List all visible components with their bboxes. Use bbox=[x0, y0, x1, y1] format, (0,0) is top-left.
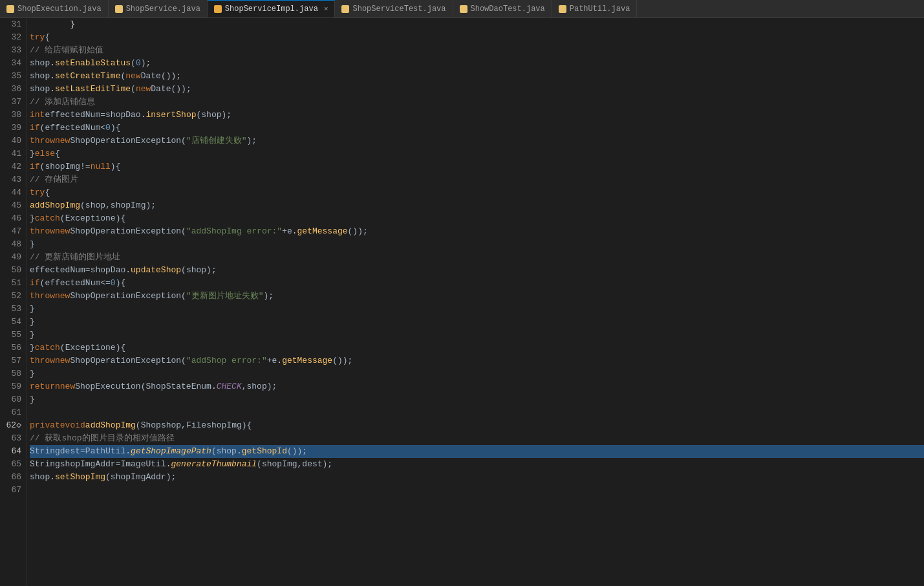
code-line-63: // 获取shop的图片目录的相对值路径 bbox=[30, 432, 924, 445]
code-line-41: } else { bbox=[30, 147, 924, 160]
line-num-61: 61 bbox=[3, 406, 21, 419]
code-line-46: } catch (Exception e) { bbox=[30, 212, 924, 225]
code-line-59: return new ShopExecution(ShopStateEnum.C… bbox=[30, 380, 924, 393]
line-num-65: 65 bbox=[3, 458, 21, 471]
line-num-58: 58 bbox=[3, 367, 21, 380]
line-num-47: 47 bbox=[3, 225, 21, 238]
code-area: 31 32 33 34 35 36 37 38 39 40 41 42 43 4… bbox=[0, 18, 924, 586]
tab-ShowDaoTest[interactable]: ShowDaoTest.java bbox=[453, 0, 552, 17]
line-num-40: 40 bbox=[3, 135, 21, 147]
line-num-33: 33 bbox=[3, 44, 21, 57]
code-line-65: String shopImgAddr = ImageUtil.generateT… bbox=[30, 458, 924, 471]
line-num-42: 42 bbox=[3, 160, 21, 173]
code-line-48: } bbox=[30, 238, 924, 251]
line-numbers: 31 32 33 34 35 36 37 38 39 40 41 42 43 4… bbox=[0, 18, 27, 586]
tab-ShopExecution[interactable]: ShopExecution.java bbox=[0, 0, 109, 17]
code-line-36: shop.setLastEditTime(new Date()); bbox=[30, 83, 924, 96]
code-line-44: try { bbox=[30, 186, 924, 199]
line-num-41: 41 bbox=[3, 147, 21, 160]
line-num-62: 62◇ bbox=[3, 419, 21, 432]
code-line-47: throw new ShopOperationException("addSho… bbox=[30, 225, 924, 238]
line-num-46: 46 bbox=[3, 212, 21, 225]
line-num-60: 60 bbox=[3, 393, 21, 406]
code-line-54: } bbox=[30, 316, 924, 329]
tab-bar: ShopExecution.java ShopService.java Shop… bbox=[0, 0, 924, 18]
java-file-icon bbox=[559, 5, 566, 13]
line-num-51: 51 bbox=[3, 277, 21, 290]
line-num-53: 53 bbox=[3, 303, 21, 316]
code-line-53: } bbox=[30, 303, 924, 316]
code-line-51: if (effectedNum <= 0) { bbox=[30, 277, 924, 290]
code-line-40: throw new ShopOperationException("店铺创建失败… bbox=[30, 135, 924, 147]
code-line-35: shop.setCreateTime(new Date()); bbox=[30, 70, 924, 83]
tab-label: ShopService.java bbox=[126, 5, 200, 14]
line-num-48: 48 bbox=[3, 238, 21, 251]
code-line-60: } bbox=[30, 393, 924, 406]
code-line-49: // 更新店铺的图片地址 bbox=[30, 251, 924, 264]
code-line-42: if (shopImg != null) { bbox=[30, 160, 924, 173]
code-line-37: // 添加店铺信息 bbox=[30, 96, 924, 109]
line-num-54: 54 bbox=[3, 316, 21, 329]
java-file-icon bbox=[214, 5, 222, 13]
line-num-37: 37 bbox=[3, 96, 21, 109]
code-line-57: throw new ShopOperationException("addSho… bbox=[30, 354, 924, 367]
code-line-33: // 给店铺赋初始值 bbox=[30, 44, 924, 57]
tab-ShopServiceImpl[interactable]: ShopServiceImpl.java × bbox=[208, 0, 336, 17]
tab-label: ShopExecution.java bbox=[17, 5, 102, 14]
line-num-34: 34 bbox=[3, 57, 21, 70]
code-line-38: int effectedNum = shopDao.insertShop(sho… bbox=[30, 109, 924, 122]
code-line-67 bbox=[30, 484, 924, 497]
line-num-45: 45 bbox=[3, 199, 21, 212]
code-line-39: if (effectedNum < 0) { bbox=[30, 122, 924, 135]
code-line-45: addShopImg(shop, shopImg); bbox=[30, 199, 924, 212]
code-line-62: private void addShopImg(Shop shop, File … bbox=[30, 419, 924, 432]
line-num-44: 44 bbox=[3, 186, 21, 199]
code-line-58: } bbox=[30, 367, 924, 380]
code-line-56: } catch (Exception e) { bbox=[30, 342, 924, 354]
line-num-38: 38 bbox=[3, 109, 21, 122]
line-num-36: 36 bbox=[3, 83, 21, 96]
line-num-32: 32 bbox=[3, 31, 21, 44]
tab-label: ShowDaoTest.java bbox=[471, 5, 545, 14]
java-file-icon bbox=[115, 5, 123, 13]
line-num-63: 63 bbox=[3, 432, 21, 445]
java-file-icon bbox=[6, 5, 14, 13]
line-num-66: 66 bbox=[3, 471, 21, 484]
close-icon[interactable]: × bbox=[324, 5, 328, 13]
line-num-59: 59 bbox=[3, 380, 21, 393]
tab-label: ShopServiceImpl.java bbox=[225, 5, 318, 14]
tab-PathUtil[interactable]: PathUtil.java bbox=[552, 0, 638, 17]
line-num-64: 64 bbox=[3, 445, 21, 458]
code-line-61 bbox=[30, 406, 924, 419]
code-line-55: } bbox=[30, 329, 924, 342]
code-line-32: try { bbox=[30, 31, 924, 44]
code-line-31: } bbox=[30, 18, 924, 31]
line-num-35: 35 bbox=[3, 70, 21, 83]
line-num-56: 56 bbox=[3, 342, 21, 354]
line-num-39: 39 bbox=[3, 122, 21, 135]
code-line-43: // 存储图片 bbox=[30, 173, 924, 186]
tab-label: PathUtil.java bbox=[570, 5, 630, 14]
code-line-50: effectedNum = shopDao.updateShop(shop); bbox=[30, 264, 924, 277]
tab-ShopService[interactable]: ShopService.java bbox=[109, 0, 208, 17]
java-file-icon bbox=[341, 5, 349, 13]
code-line-52: throw new ShopOperationException("更新图片地址… bbox=[30, 290, 924, 303]
line-num-49: 49 bbox=[3, 251, 21, 264]
code-content[interactable]: } try { // 给店铺赋初始值 shop.setEnableStatus(… bbox=[27, 18, 924, 586]
line-num-43: 43 bbox=[3, 173, 21, 186]
line-num-55: 55 bbox=[3, 329, 21, 342]
line-num-57: 57 bbox=[3, 354, 21, 367]
line-num-31: 31 bbox=[3, 18, 21, 31]
java-file-icon bbox=[460, 5, 467, 13]
tab-ShopServiceTest[interactable]: ShopServiceTest.java bbox=[335, 0, 453, 17]
line-num-67: 67 bbox=[3, 484, 21, 497]
line-num-50: 50 bbox=[3, 264, 21, 277]
tab-label: ShopServiceTest.java bbox=[352, 5, 446, 14]
code-line-64: String dest = PathUtil.getShopImagePath(… bbox=[30, 445, 924, 458]
code-line-66: shop.setShopImg(shopImgAddr); bbox=[30, 471, 924, 484]
line-num-52: 52 bbox=[3, 290, 21, 303]
code-line-34: shop.setEnableStatus(0); bbox=[30, 57, 924, 70]
